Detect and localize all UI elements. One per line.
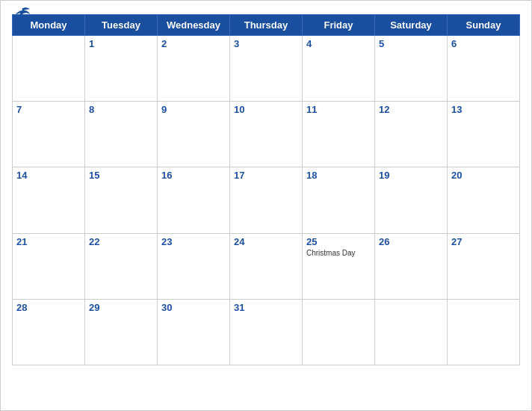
day-number: 8 [89, 104, 153, 115]
calendar-cell: 30 [158, 299, 230, 365]
day-number: 13 [451, 104, 516, 115]
day-number: 16 [161, 170, 226, 181]
weekday-header-thursday: Thursday [230, 15, 303, 36]
calendar-cell: 20 [448, 167, 520, 233]
calendar-cell: 26 [375, 233, 448, 299]
day-number: 21 [16, 236, 81, 247]
calendar-cell: 14 [13, 167, 85, 233]
day-number: 7 [16, 104, 81, 115]
calendar-cell: 29 [85, 299, 158, 365]
day-number: 25 [306, 236, 371, 247]
calendar-cell: 12 [375, 102, 448, 167]
day-number: 6 [451, 38, 516, 49]
calendar-cell [375, 299, 448, 365]
calendar-cell [303, 299, 375, 365]
holiday-label: Christmas Day [306, 249, 371, 257]
calendar-cell [448, 299, 520, 365]
calendar-cell: 7 [13, 102, 85, 167]
day-number: 1 [89, 38, 153, 49]
weekday-header-row: MondayTuesdayWednesdayThursdayFridaySatu… [13, 15, 520, 36]
day-number: 26 [379, 236, 443, 247]
logo-bird-icon [15, 7, 31, 20]
calendar-week-row: 2122232425Christmas Day2627 [13, 233, 520, 299]
day-number: 5 [379, 38, 443, 49]
weekday-header-sunday: Sunday [448, 15, 520, 36]
calendar-cell: 5 [375, 36, 448, 102]
calendar-cell: 10 [230, 102, 303, 167]
day-number: 2 [161, 38, 226, 49]
calendar-cell: 1 [85, 36, 158, 102]
day-number: 27 [451, 236, 516, 247]
calendar-cell: 13 [448, 102, 520, 167]
calendar-cell: 21 [13, 233, 85, 299]
calendar-cell: 19 [375, 167, 448, 233]
calendar-week-row: 14151617181920 [13, 167, 520, 233]
day-number: 31 [234, 302, 298, 313]
weekday-header-tuesday: Tuesday [85, 15, 158, 36]
calendar-cell: 22 [85, 233, 158, 299]
calendar-week-row: 28293031 [13, 299, 520, 365]
day-number: 15 [89, 170, 153, 181]
calendar-week-row: 123456 [13, 36, 520, 102]
logo-area [12, 8, 31, 20]
day-number: 12 [379, 104, 443, 115]
calendar-cell: 6 [448, 36, 520, 102]
calendar-cell: 17 [230, 167, 303, 233]
calendar-cell: 31 [230, 299, 303, 365]
calendar-cell: 4 [303, 36, 375, 102]
day-number: 9 [161, 104, 226, 115]
day-number: 24 [234, 236, 298, 247]
calendar-body: 1234567891011121314151617181920212223242… [13, 36, 520, 365]
calendar-cell: 15 [85, 167, 158, 233]
day-number: 11 [306, 104, 371, 115]
day-number: 4 [306, 38, 371, 49]
calendar-week-row: 78910111213 [13, 102, 520, 167]
day-number: 28 [16, 302, 81, 313]
day-number: 18 [306, 170, 371, 181]
day-number: 29 [89, 302, 153, 313]
calendar-wrapper: MondayTuesdayWednesdayThursdayFridaySatu… [0, 0, 532, 411]
day-number: 3 [234, 38, 298, 49]
day-number: 14 [16, 170, 81, 181]
day-number: 23 [161, 236, 226, 247]
calendar-cell: 11 [303, 102, 375, 167]
calendar-cell: 9 [158, 102, 230, 167]
day-number: 30 [161, 302, 226, 313]
calendar-cell: 28 [13, 299, 85, 365]
calendar-table: MondayTuesdayWednesdayThursdayFridaySatu… [12, 14, 520, 365]
calendar-cell: 16 [158, 167, 230, 233]
day-number: 17 [234, 170, 298, 181]
weekday-header-wednesday: Wednesday [158, 15, 230, 36]
calendar-cell [13, 36, 85, 102]
calendar-cell: 2 [158, 36, 230, 102]
calendar-cell: 24 [230, 233, 303, 299]
calendar-thead: MondayTuesdayWednesdayThursdayFridaySatu… [13, 15, 520, 36]
day-number: 19 [379, 170, 443, 181]
calendar-cell: 8 [85, 102, 158, 167]
day-number: 22 [89, 236, 153, 247]
calendar-cell: 27 [448, 233, 520, 299]
day-number: 10 [234, 104, 298, 115]
calendar-cell: 23 [158, 233, 230, 299]
calendar-cell: 25Christmas Day [303, 233, 375, 299]
day-number: 20 [451, 170, 516, 181]
calendar-cell: 18 [303, 167, 375, 233]
calendar-cell: 3 [230, 36, 303, 102]
weekday-header-friday: Friday [303, 15, 375, 36]
weekday-header-saturday: Saturday [375, 15, 448, 36]
